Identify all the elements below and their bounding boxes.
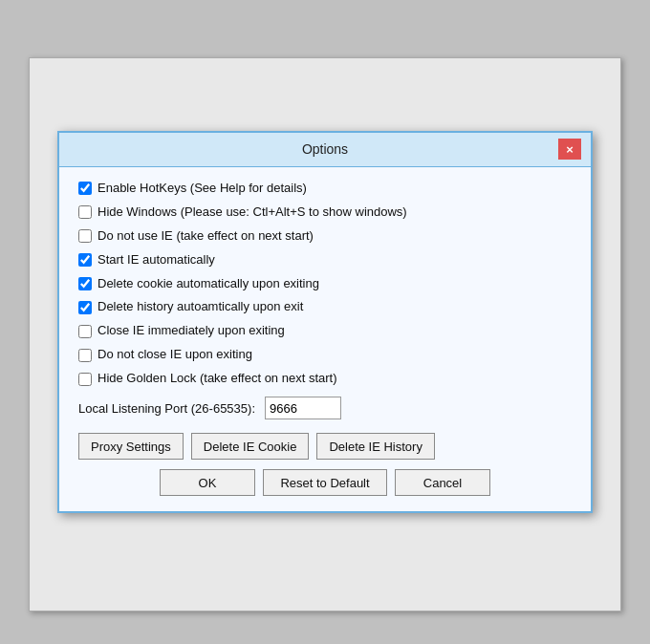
checkbox-close-ie[interactable] [78,325,92,338]
checkbox-row-8: Do not close IE upon exiting [78,347,572,363]
checkbox-label-9[interactable]: Hide Golden Lock (take effect on next st… [98,371,337,387]
checkbox-label-1[interactable]: Enable HotKeys (See Help for details) [98,181,307,197]
checkbox-hide-golden-lock[interactable] [78,373,92,386]
delete-ie-history-button[interactable]: Delete IE History [316,433,435,460]
title-bar: Options × [59,133,591,167]
options-dialog: Options × Enable HotKeys (See Help for d… [57,131,593,513]
checkbox-enable-hotkeys[interactable] [78,182,92,195]
checkbox-row-2: Hide Windows (Please use: Ctl+Alt+S to s… [78,204,572,221]
proxy-settings-button[interactable]: Proxy Settings [78,433,184,460]
checkbox-label-3[interactable]: Do not use IE (take effect on next start… [98,228,314,245]
checkbox-row-4: Start IE automatically [78,252,572,268]
port-row: Local Listening Port (26-65535): [78,397,572,419]
delete-ie-cookie-button[interactable]: Delete IE Cookie [191,433,310,460]
button-row-1: Proxy Settings Delete IE Cookie Delete I… [78,433,572,460]
checkbox-no-close-ie[interactable] [78,349,92,362]
checkbox-label-6[interactable]: Delete history autoamtically upon exit [98,299,303,315]
checkbox-start-ie[interactable] [78,253,92,267]
cancel-button[interactable]: Cancel [395,469,490,496]
checkbox-label-7[interactable]: Close IE immediately upon exiting [98,323,285,339]
checkbox-row-5: Delete cookie automatically upon exiting [78,276,572,292]
checkbox-delete-cookie[interactable] [78,277,92,290]
ok-button[interactable]: OK [160,469,255,496]
reset-button[interactable]: Reset to Default [263,469,387,496]
checkbox-label-4[interactable]: Start IE automatically [98,252,215,268]
checkbox-row-3: Do not use IE (take effect on next start… [78,228,572,245]
checkbox-row-1: Enable HotKeys (See Help for details) [78,181,572,197]
checkbox-row-9: Hide Golden Lock (take effect on next st… [78,371,572,387]
close-button[interactable]: × [558,139,581,160]
checkbox-no-ie[interactable] [78,229,92,243]
checkbox-row-6: Delete history autoamtically upon exit [78,299,572,315]
checkbox-row-7: Close IE immediately upon exiting [78,323,572,339]
checkbox-delete-history[interactable] [78,301,92,314]
dialog-title: Options [92,141,558,157]
port-label: Local Listening Port (26-65535): [78,401,255,416]
button-row-2: OK Reset to Default Cancel [78,469,572,496]
checkbox-label-8[interactable]: Do not close IE upon exiting [98,347,252,363]
dialog-body: Enable HotKeys (See Help for details) Hi… [59,167,591,511]
port-input[interactable] [265,397,341,419]
checkbox-label-2[interactable]: Hide Windows (Please use: Ctl+Alt+S to s… [98,204,407,221]
checkbox-hide-windows[interactable] [78,205,92,219]
checkbox-label-5[interactable]: Delete cookie automatically upon exiting [98,276,319,292]
